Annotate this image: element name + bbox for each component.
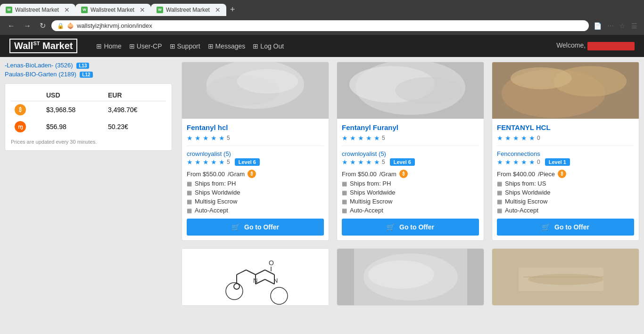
price-row-btc: ₿ $3,968.58 3,498.70€ (11, 101, 166, 119)
product-stars-1: ★ ★ ★ ★ ★ 5 (187, 134, 324, 142)
address-input[interactable] (77, 22, 583, 29)
divider-3 (497, 146, 634, 146)
tab-bar: Wallstreet Market ✕ Wallstreet Market ✕ … (0, 0, 644, 16)
security-icon: 🔒 (57, 23, 64, 29)
tab-3-close[interactable]: ✕ (215, 7, 221, 13)
menu-button[interactable]: ☰ (629, 21, 639, 31)
star5: ★ (219, 134, 225, 142)
svg-point-35 (528, 274, 603, 285)
username-redacted (587, 42, 635, 50)
tab-2-label: Wallstreet Market (91, 7, 137, 13)
new-tab-button[interactable]: + (226, 3, 239, 16)
product-body-3: FENTANYL HCL ★ ★ ★ ★ ★ 0 Fenconnections (492, 119, 639, 240)
nav-logout-label: Log Out (260, 42, 284, 50)
sidebar-link-lenas[interactable]: -Lenas-BioLaden- (3526) L13 (5, 62, 172, 69)
multisig-1: ▦ Multisig Escrow (187, 198, 324, 205)
product-image-6 (492, 249, 639, 305)
svg-point-11 (511, 67, 572, 90)
seller-name-1[interactable]: crownloyalist (5) (187, 150, 231, 157)
xmr-icon: ɱ (15, 121, 26, 132)
ships-from-3: ▦ Ships from: US (497, 180, 634, 187)
site-logo: WallST Market (9, 39, 77, 53)
seller-stars-3: ★ ★ ★ ★ ★ 0 Level 1 (497, 158, 634, 166)
nav-home-label: Home (104, 42, 121, 50)
btc-icon: ₿ (15, 104, 26, 115)
product-card-5 (337, 248, 484, 306)
price-label-1: From $550.00 (187, 171, 225, 178)
product-image-5 (337, 249, 484, 305)
sidebar: -Lenas-BioLaden- (3526) L13 Paulas-BIO-G… (0, 57, 177, 330)
user-cp-icon: ⊞ (129, 42, 135, 50)
seller-stars-1: ★ ★ ★ ★ ★ 5 Level 6 (187, 158, 324, 166)
product-title-2[interactable]: Fentanyl Furanyl (342, 123, 479, 131)
home-icon: ⊞ (96, 42, 102, 50)
nav-home[interactable]: ⊞ Home (96, 42, 121, 50)
reader-view-button[interactable]: 📄 (592, 21, 603, 31)
star1: ★ (187, 134, 193, 142)
more-options-button[interactable]: ⋯ (605, 21, 616, 31)
product-card-6 (492, 248, 639, 306)
site-header: WallST Market ⊞ Home ⊞ User-CP ⊞ Support… (0, 35, 644, 57)
tab-2-close[interactable]: ✕ (140, 7, 145, 13)
svg-text:O: O (269, 259, 274, 267)
price-table: USD EUR ₿ $3,968.58 3,498.70€ ɱ $56.98 5… (5, 83, 172, 151)
tab-2[interactable]: Wallstreet Market ✕ (75, 4, 151, 16)
auto-accept-icon-1: ▦ (187, 207, 192, 214)
product-stars-2: ★ ★ ★ ★ ★ 5 (342, 134, 479, 142)
tab-2-favicon (81, 7, 88, 13)
seller-name-2[interactable]: crownloyalist (5) (342, 150, 386, 157)
offer-btn-icon-2: 🛒 (387, 223, 395, 231)
tab-3-label: Wallstreet Market (166, 7, 212, 13)
back-button[interactable]: ← (5, 20, 18, 32)
nav-user-cp[interactable]: ⊞ User-CP (129, 42, 162, 50)
tab-1-label: Wallstreet Market (15, 7, 61, 13)
tab-1-close[interactable]: ✕ (64, 7, 70, 13)
price-table-col-usd: USD (42, 90, 104, 101)
star2: ★ (195, 134, 201, 142)
seller-info-1: crownloyalist (5) ★ ★ ★ ★ ★ 5 Level 6 (187, 150, 324, 166)
nav-messages[interactable]: ⊞ Messages (208, 42, 246, 50)
seller-level-2: Level 6 (390, 158, 415, 166)
tab-3[interactable]: Wallstreet Market ✕ (151, 4, 226, 16)
seller-name-3[interactable]: Fenconnections (497, 150, 540, 157)
address-bar[interactable]: 🔒 🧅 (51, 20, 589, 31)
main-layout: -Lenas-BioLaden- (3526) L13 Paulas-BIO-G… (0, 57, 644, 330)
offer-btn-icon-3: 🛒 (542, 223, 550, 231)
offer-btn-icon-1: 🛒 (231, 223, 239, 231)
nav-support[interactable]: ⊞ Support (170, 42, 200, 50)
price-btc-icon-3: ₿ (558, 170, 566, 178)
auto-accept-2: ▦ Auto-Accept (342, 207, 479, 214)
product-card-3: FENTANYL HCL ★ ★ ★ ★ ★ 0 Fenconnections (492, 62, 639, 241)
forward-button[interactable]: → (21, 20, 34, 32)
product-details-3: From $400.00 /Piece ₿ ▦ Ships from: US ▦… (497, 170, 634, 214)
multisig-icon-1: ▦ (187, 198, 192, 205)
nav-user-cp-label: User-CP (137, 42, 162, 50)
tab-3-favicon (157, 7, 163, 13)
ships-worldwide-3: ▦ Ships Worldwide (497, 189, 634, 196)
svg-point-7 (395, 77, 462, 104)
sidebar-link-paulas-label: Paulas-BIO-Garten (2189) (5, 71, 76, 78)
bookmark-button[interactable]: ☆ (618, 21, 627, 31)
tab-1[interactable]: Wallstreet Market ✕ (0, 4, 75, 16)
messages-icon: ⊞ (208, 42, 214, 50)
go-to-offer-button-1[interactable]: 🛒 Go to Offer (187, 219, 324, 236)
nav-logout[interactable]: ⊞ Log Out (253, 42, 284, 50)
ships-from-1: ▦ Ships from: PH (187, 180, 324, 187)
nav-support-label: Support (177, 42, 200, 50)
nav-messages-label: Messages (215, 42, 246, 50)
reload-button[interactable]: ↻ (37, 19, 49, 32)
go-to-offer-button-2[interactable]: 🛒 Go to Offer (342, 219, 479, 236)
product-details-2: From $50.00 /Gram ₿ ▦ Ships from: PH ▦ S… (342, 170, 479, 214)
product-title-1[interactable]: Fentanyl hcl (187, 123, 324, 131)
star3: ★ (203, 134, 209, 142)
product-stars-3: ★ ★ ★ ★ ★ 0 (497, 134, 634, 142)
ships-worldwide-icon-1: ▦ (187, 189, 192, 196)
seller-info-3: Fenconnections ★ ★ ★ ★ ★ 0 Level 1 (497, 150, 634, 166)
sidebar-link-paulas[interactable]: Paulas-BIO-Garten (2189) L12 (5, 71, 172, 78)
btc-eur: 3,498.70€ (104, 101, 166, 119)
product-card-1: Fentanyl hcl ★ ★ ★ ★ ★ 5 crownloyalist (… (182, 62, 329, 241)
go-to-offer-button-3[interactable]: 🛒 Go to Offer (497, 219, 634, 236)
product-title-3[interactable]: FENTANYL HCL (497, 123, 634, 131)
product-body-1: Fentanyl hcl ★ ★ ★ ★ ★ 5 crownloyalist (… (182, 119, 329, 240)
auto-accept-1: ▦ Auto-Accept (187, 207, 324, 214)
